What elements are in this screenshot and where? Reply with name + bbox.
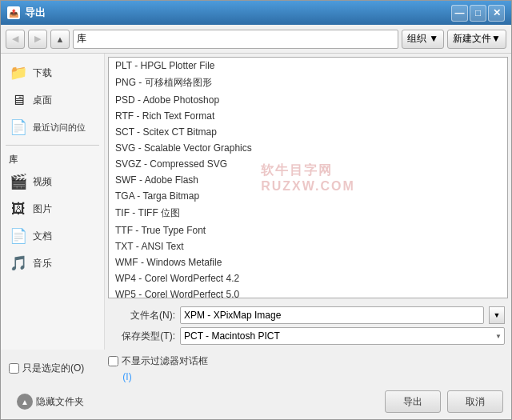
address-value: 库 (77, 32, 86, 46)
music-icon: 🎵 (9, 254, 28, 273)
bottom-form: 文件名(N): ▼ 保存类型(T): PCT - Macintosh PICT (105, 302, 511, 350)
file-list-item[interactable]: PLT - HPGL Plotter File (109, 58, 507, 74)
only-selected-checkbox-item[interactable]: 只是选定的(O) (9, 362, 84, 375)
title-bar: 📤 导出 — □ ✕ (1, 1, 511, 25)
dialog-window: 📤 导出 — □ ✕ ◀ ▶ ▲ 库 组织 ▼ 新建文件▼ 📁 下载 (0, 0, 512, 420)
organize-label: 组织 ▼ (407, 32, 438, 46)
no-filter-sub-label: (I) (108, 371, 131, 382)
hide-folder-label: 隐藏文件夹 (36, 395, 84, 409)
minimize-button[interactable]: — (451, 5, 468, 22)
file-list-item[interactable]: TTF - True Type Font (109, 222, 507, 238)
only-selected-checkbox[interactable] (9, 363, 19, 374)
file-list-area: 软牛目字网RUZXW.COM PLT - HPGL Plotter FilePN… (105, 54, 511, 350)
sidebar-item-label: 桌面 (33, 94, 52, 107)
pictures-icon: 🖼 (9, 199, 28, 218)
desktop-icon: 🖥 (9, 90, 28, 110)
action-buttons: 导出 取消 (385, 390, 503, 413)
sidebar-item-label: 视频 (33, 175, 52, 189)
sidebar-divider (6, 145, 99, 146)
filetype-row: 保存类型(T): PCT - Macintosh PICT (111, 327, 505, 345)
file-list-item[interactable]: RTF - Rich Text Format (109, 108, 507, 124)
filetype-select-wrapper: PCT - Macintosh PICT (180, 327, 505, 345)
export-button[interactable]: 导出 (385, 390, 441, 413)
sidebar: 📁 下载 🖥 桌面 📄 最近访问的位 库 🎬 视频 🖼 图片 � (1, 54, 105, 350)
no-filter-checkbox[interactable] (108, 356, 118, 366)
filetype-select[interactable]: PCT - Macintosh PICT (180, 327, 505, 345)
filename-dropdown-button[interactable]: ▼ (489, 306, 505, 324)
hide-folder-toggle-icon[interactable]: ▲ (17, 394, 33, 410)
file-list-item[interactable]: TXT - ANSI Text (109, 238, 507, 254)
back-button[interactable]: ◀ (6, 30, 25, 49)
documents-icon: 📄 (9, 226, 28, 246)
export-label: 导出 (403, 396, 422, 407)
sidebar-item-label: 音乐 (33, 257, 52, 270)
sidebar-item-recent[interactable]: 📄 最近访问的位 (1, 114, 104, 140)
sidebar-item-label: 文档 (33, 230, 52, 243)
maximize-button[interactable]: □ (470, 5, 486, 22)
filename-row: 文件名(N): ▼ (111, 306, 505, 324)
filename-input[interactable] (180, 306, 484, 324)
file-list-item[interactable]: PSD - Adobe Photoshop (109, 92, 507, 108)
sidebar-item-label: 最近访问的位 (33, 122, 86, 134)
sidebar-item-desktop[interactable]: 🖥 桌面 (1, 87, 104, 113)
title-bar-buttons: — □ ✕ (451, 5, 505, 22)
file-list-item[interactable]: SWF - Adobe Flash (109, 172, 507, 188)
no-filter-checkbox-item[interactable]: 不显示过滤器对话框 (I) (108, 354, 208, 382)
forward-button[interactable]: ▶ (28, 30, 47, 49)
sidebar-item-music[interactable]: 🎵 音乐 (1, 250, 104, 276)
file-list-item[interactable]: WP4 - Corel WordPerfect 4.2 (109, 270, 507, 286)
filetype-label: 保存类型(T): (111, 330, 175, 343)
library-section-label: 库 (1, 150, 104, 167)
address-bar[interactable]: 库 (73, 30, 398, 49)
download-folder-icon: 📁 (9, 63, 28, 82)
hide-folder-row[interactable]: ▲ 隐藏文件夹 (9, 390, 92, 413)
file-list-item[interactable]: SCT - Scitex CT Bitmap (109, 124, 507, 140)
close-button[interactable]: ✕ (488, 5, 505, 22)
file-list-item[interactable]: TIF - TIFF 位图 (109, 204, 507, 222)
video-icon: 🎬 (9, 172, 28, 191)
title-bar-icon: 📤 (7, 6, 20, 19)
sidebar-item-video[interactable]: 🎬 视频 (1, 169, 104, 194)
file-dropdown-list[interactable]: 软牛目字网RUZXW.COM PLT - HPGL Plotter FilePN… (108, 57, 508, 298)
toolbar: ◀ ▶ ▲ 库 组织 ▼ 新建文件▼ (1, 25, 511, 54)
file-list-item[interactable]: PNG - 可移植网络图形 (109, 74, 507, 92)
title-bar-text: 导出 (25, 6, 46, 20)
no-filter-label: 不显示过滤器对话框 (122, 354, 208, 368)
sidebar-item-label: 下载 (33, 66, 52, 80)
sidebar-item-documents[interactable]: 📄 文档 (1, 223, 104, 249)
file-list-item[interactable]: SVGZ - Compressed SVG (109, 156, 507, 172)
file-list-item[interactable]: SVG - Scalable Vector Graphics (109, 140, 507, 156)
new-folder-button[interactable]: 新建文件▼ (447, 30, 506, 49)
file-list-item[interactable]: WP5 - Corel WordPerfect 5.0 (109, 286, 507, 298)
sidebar-item-pictures[interactable]: 🖼 图片 (1, 196, 104, 222)
file-list-item[interactable]: WMF - Windows Metafile (109, 254, 507, 270)
organize-button[interactable]: 组织 ▼ (402, 30, 444, 49)
up-button[interactable]: ▲ (50, 30, 70, 49)
cancel-label: 取消 (466, 396, 485, 407)
file-list-item[interactable]: TGA - Targa Bitmap (109, 188, 507, 204)
sidebar-item-label: 图片 (33, 202, 52, 216)
cancel-button[interactable]: 取消 (447, 390, 503, 413)
recent-icon: 📄 (9, 118, 28, 137)
main-content: 📁 下载 🖥 桌面 📄 最近访问的位 库 🎬 视频 🖼 图片 � (1, 54, 511, 350)
filename-label: 文件名(N): (111, 309, 175, 322)
sidebar-item-download[interactable]: 📁 下载 (1, 60, 104, 86)
checkboxes-row: 只是选定的(O) 不显示过滤器对话框 (I) (1, 350, 511, 387)
only-selected-label: 只是选定的(O) (22, 362, 84, 375)
bottom-bar: ▲ 隐藏文件夹 导出 取消 (1, 387, 511, 419)
new-folder-label: 新建文件▼ (453, 32, 501, 46)
